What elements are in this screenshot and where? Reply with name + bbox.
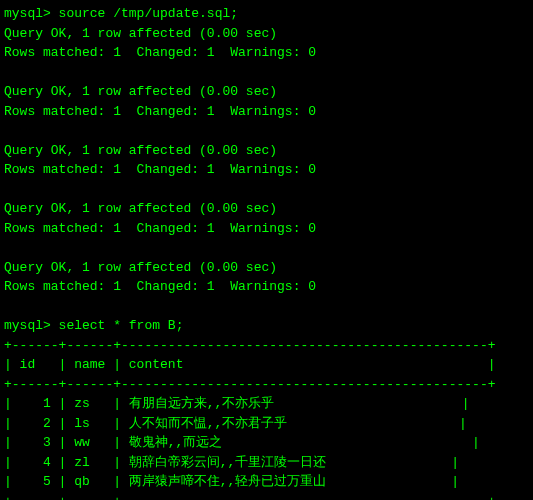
rows-matched: Rows matched: 1 Changed: 1 Warnings: 0 [4,219,529,239]
table-row: | 4 | zl | 朝辞白帝彩云间,,千里江陵一日还 | [4,453,529,473]
rows-matched: Rows matched: 1 Changed: 1 Warnings: 0 [4,160,529,180]
blank-line [4,238,529,258]
blank-line [4,63,529,83]
mysql-prompt-select: mysql> select * from B; [4,316,529,336]
mysql-prompt-source: mysql> source /tmp/update.sql; [4,4,529,24]
table-row: | 1 | zs | 有朋自远方来,,不亦乐乎 | [4,394,529,414]
query-ok: Query OK, 1 row affected (0.00 sec) [4,24,529,44]
query-ok: Query OK, 1 row affected (0.00 sec) [4,141,529,161]
query-ok: Query OK, 1 row affected (0.00 sec) [4,82,529,102]
blank-line [4,180,529,200]
table-row: | 2 | ls | 人不知而不愠,,不亦君子乎 | [4,414,529,434]
blank-line [4,297,529,317]
rows-matched: Rows matched: 1 Changed: 1 Warnings: 0 [4,277,529,297]
rows-matched: Rows matched: 1 Changed: 1 Warnings: 0 [4,43,529,63]
query-ok: Query OK, 1 row affected (0.00 sec) [4,199,529,219]
table-border: +------+------+-------------------------… [4,375,529,395]
table-row: | 3 | ww | 敬鬼神,,而远之 | [4,433,529,453]
rows-matched: Rows matched: 1 Changed: 1 Warnings: 0 [4,102,529,122]
table-border: +------+------+-------------------------… [4,336,529,356]
query-ok: Query OK, 1 row affected (0.00 sec) [4,258,529,278]
blank-line [4,121,529,141]
table-border: +------+------+-------------------------… [4,492,529,501]
table-row: | 5 | qb | 两岸猿声啼不住,,轻舟已过万重山 | [4,472,529,492]
table-header: | id | name | content | [4,355,529,375]
